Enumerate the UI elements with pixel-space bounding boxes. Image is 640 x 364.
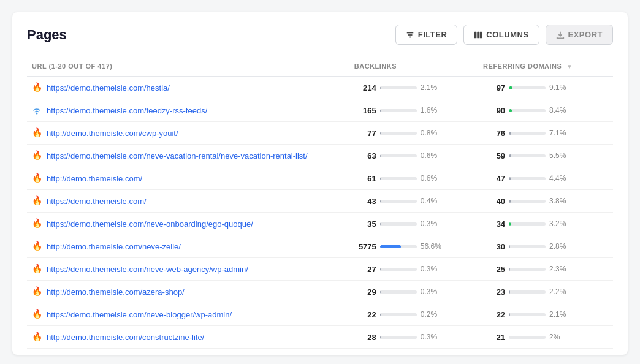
referring-cell: 40 3.8% — [478, 190, 613, 213]
backlinks-value: 29 — [354, 287, 376, 297]
backlinks-bar-fill — [380, 245, 401, 248]
page-url-link[interactable]: https://demo.themeisle.com/hestia/ — [47, 83, 170, 93]
page-url-link[interactable]: http://demo.themeisle.com/neve-zelle/ — [47, 242, 181, 251]
backlinks-value: 214 — [354, 83, 376, 93]
page-url-link[interactable]: https://demo.themeisle.com/neve-onboardi… — [47, 219, 253, 229]
referring-bar-fill — [509, 336, 509, 339]
referring-bar-fill — [509, 268, 510, 271]
referring-bar-track — [509, 245, 546, 248]
backlinks-value: 5775 — [354, 242, 376, 251]
table-row: https://demo.themeisle.com/feedzy-rss-fe… — [27, 99, 613, 122]
table-row: 🔥 https://demo.themeisle.com/neve-vacati… — [27, 145, 613, 167]
favicon: 🔥 — [32, 173, 42, 183]
referring-value: 25 — [483, 265, 505, 274]
backlinks-bar-track — [380, 313, 417, 316]
backlinks-pct: 0.4% — [421, 197, 441, 205]
backlinks-bar-track — [380, 86, 417, 89]
backlinks-value: 165 — [354, 106, 376, 115]
backlinks-bar-fill — [380, 200, 381, 203]
page-url-link[interactable]: http://demo.themeisle.com/ — [47, 174, 142, 183]
referring-pct: 4.4% — [549, 174, 570, 183]
table-row: 🔥 http://demo.themeisle.com/azera-shop/ … — [27, 281, 613, 303]
referring-bar-track — [509, 222, 546, 226]
backlinks-bar-track — [380, 132, 417, 135]
backlinks-pct: 1.6% — [421, 106, 441, 115]
backlinks-cell: 27 0.3% — [349, 258, 478, 281]
backlinks-bar-fill — [380, 313, 381, 316]
backlinks-bar-track — [380, 154, 417, 157]
backlinks-cell: 63 0.6% — [349, 145, 478, 167]
backlinks-pct: 2.1% — [421, 83, 441, 92]
referring-cell: 59 5.5% — [478, 145, 613, 167]
favicon: 🔥 — [32, 128, 42, 138]
backlinks-value: 77 — [354, 129, 376, 138]
referring-cell: 21 2% — [478, 326, 613, 349]
referring-bar-track — [509, 109, 546, 112]
backlinks-cell: 35 0.3% — [349, 213, 478, 235]
url-cell: 🔥 https://demo.themeisle.com/neve-vacati… — [27, 145, 349, 167]
url-cell: 🔥 http://demo.themeisle.com/ — [27, 167, 349, 190]
backlinks-bar-fill — [380, 268, 381, 271]
backlinks-cell: 22 0.2% — [349, 303, 478, 326]
referring-bar-fill — [509, 313, 510, 316]
referring-pct: 3.8% — [549, 197, 570, 205]
referring-bar-fill — [509, 290, 510, 294]
main-container: Pages FILTER COLUMNS — [12, 12, 628, 355]
backlinks-cell: 214 2.1% — [349, 77, 478, 99]
referring-pct: 7.1% — [549, 129, 570, 137]
referring-bar-fill — [509, 86, 512, 89]
table-row: 🔥 https://demo.themeisle.com/hestia/ 214… — [27, 77, 613, 99]
referring-value: 34 — [483, 219, 505, 229]
referring-value: 76 — [483, 129, 505, 138]
url-cell: 🔥 https://demo.themeisle.com/neve-onboar… — [27, 213, 349, 235]
page-url-link[interactable]: http://demo.themeisle.com/constructzine-… — [47, 333, 204, 342]
referring-cell: 30 2.8% — [478, 235, 613, 258]
page-url-link[interactable]: http://demo.themeisle.com/cwp-youit/ — [47, 129, 178, 138]
backlinks-bar-fill — [380, 154, 381, 157]
backlinks-value: 61 — [354, 174, 376, 183]
backlinks-cell: 61 0.6% — [349, 167, 478, 190]
referring-pct: 2.3% — [549, 265, 570, 273]
favicon: 🔥 — [32, 151, 42, 161]
columns-button[interactable]: COLUMNS — [463, 25, 539, 45]
page-url-link[interactable]: https://demo.themeisle.com/ — [47, 197, 147, 206]
referring-value: 47 — [483, 174, 505, 183]
svg-rect-3 — [474, 31, 477, 38]
backlinks-pct: 0.3% — [421, 219, 441, 228]
page-url-link[interactable]: https://demo.themeisle.com/neve-blogger/… — [47, 310, 232, 319]
backlinks-cell: 29 0.3% — [349, 281, 478, 303]
backlinks-pct: 0.8% — [421, 129, 441, 137]
url-cell: 🔥 http://demo.themeisle.com/cwp-youit/ — [27, 122, 349, 145]
filter-button[interactable]: FILTER — [395, 25, 458, 45]
backlinks-bar-fill — [380, 177, 381, 180]
referring-bar-fill — [509, 132, 511, 135]
sort-icon[interactable]: ▼ — [566, 63, 573, 70]
referring-value: 23 — [483, 287, 505, 297]
referring-value: 21 — [483, 333, 505, 342]
backlinks-bar-fill — [380, 290, 381, 294]
col-header-backlinks: BACKLINKS — [349, 56, 478, 77]
page-url-link[interactable]: https://demo.themeisle.com/neve-web-agen… — [47, 265, 248, 274]
referring-pct: 5.5% — [549, 151, 570, 160]
filter-icon — [406, 31, 414, 39]
export-button[interactable]: EXPORT — [546, 25, 613, 45]
referring-bar-fill — [509, 200, 510, 203]
referring-bar-track — [509, 200, 546, 203]
referring-pct: 3.2% — [549, 219, 570, 228]
referring-cell: 76 7.1% — [478, 122, 613, 145]
backlinks-value: 63 — [354, 151, 376, 161]
page-title: Pages — [27, 27, 67, 43]
page-url-link[interactable]: https://demo.themeisle.com/neve-vacation… — [47, 151, 308, 161]
table-header-row: URL (1-20 OUT OF 417) BACKLINKS REFERRIN… — [27, 56, 613, 77]
backlinks-value: 43 — [354, 197, 376, 206]
referring-pct: 2.1% — [549, 310, 570, 319]
backlinks-pct: 0.6% — [421, 174, 441, 183]
backlinks-cell: 5775 56.6% — [349, 235, 478, 258]
referring-bar-fill — [509, 154, 511, 157]
page-url-link[interactable]: https://demo.themeisle.com/feedzy-rss-fe… — [47, 106, 207, 115]
referring-bar-track — [509, 154, 546, 157]
referring-bar-track — [509, 177, 546, 180]
favicon: 🔥 — [32, 332, 42, 342]
backlinks-bar-track — [380, 290, 417, 294]
page-url-link[interactable]: http://demo.themeisle.com/azera-shop/ — [47, 287, 185, 297]
